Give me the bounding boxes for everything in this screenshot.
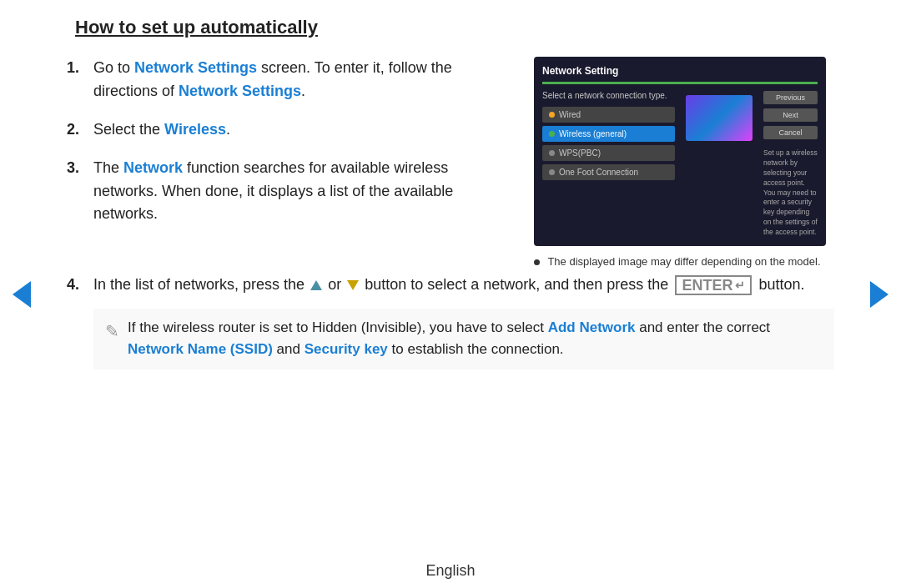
or-text: or	[328, 276, 345, 293]
page-title: How to set up automatically	[75, 17, 834, 38]
step-4-num: 4.	[67, 274, 93, 297]
network-settings-link-1[interactable]: Network Settings	[134, 59, 257, 76]
ns-title: Network Setting	[542, 65, 818, 77]
wireless-label: Wireless (general)	[559, 129, 627, 138]
ns-subtitle: Select a network connection type.	[542, 91, 675, 100]
ns-option-wps: WPS(PBC)	[542, 145, 675, 161]
onefoot-dot	[549, 169, 555, 175]
step-3: 3. The Network function searches for ava…	[67, 157, 509, 227]
step-2-body: Select the Wireless.	[93, 118, 509, 142]
ns-next-button[interactable]: Next	[763, 108, 818, 122]
ns-right: Previous Next Cancel Set up a wireless n…	[763, 91, 818, 238]
onefoot-label: One Foot Connection	[559, 168, 638, 177]
ns-image	[686, 95, 753, 141]
ns-left: Select a network connection type. Wired …	[542, 91, 675, 238]
step-1-body: Go to Network Settings screen. To enter …	[93, 57, 509, 103]
caption-text: The displayed image may differ depending…	[547, 255, 820, 268]
enter-label: ENTER	[682, 278, 732, 293]
ns-option-onefoot: One Foot Connection	[542, 164, 675, 180]
wired-dot	[549, 112, 555, 118]
steps-text: 1. Go to Network Settings screen. To ent…	[67, 57, 509, 269]
footer: English	[0, 562, 901, 580]
network-link[interactable]: Network	[123, 159, 183, 176]
ns-middle	[682, 91, 757, 238]
down-arrow-icon	[347, 280, 359, 290]
step-4-body: In the list of networks, press the or bu…	[93, 274, 834, 297]
enter-arrow-icon: ↵	[735, 279, 745, 291]
ns-previous-button[interactable]: Previous	[763, 91, 818, 104]
nav-arrow-right[interactable]	[866, 281, 893, 308]
wps-dot	[549, 150, 555, 156]
wps-label: WPS(PBC)	[559, 148, 601, 158]
security-key-link[interactable]: Security key	[305, 341, 388, 357]
wireless-link[interactable]: Wireless	[164, 121, 226, 138]
steps-full: 4. In the list of networks, press the or…	[67, 274, 834, 369]
image-caption: The displayed image may differ depending…	[534, 254, 821, 269]
ns-desc: Set up a wireless network by selecting y…	[763, 148, 818, 238]
caption-bullet	[534, 259, 540, 265]
nav-arrow-left[interactable]	[8, 281, 35, 308]
ns-option-wireless: Wireless (general)	[542, 126, 675, 142]
network-screenshot: Network Setting Select a network connect…	[534, 57, 826, 246]
step-3-body: The Network function searches for availa…	[93, 157, 509, 227]
step-2-num: 2.	[67, 118, 93, 142]
ns-green-bar	[542, 82, 818, 84]
wireless-dot	[549, 131, 555, 137]
step-1: 1. Go to Network Settings screen. To ent…	[67, 57, 509, 103]
step-4: 4. In the list of networks, press the or…	[67, 274, 834, 297]
network-name-link[interactable]: Network Name (SSID)	[128, 341, 273, 357]
language-label: English	[425, 562, 475, 579]
network-settings-link-2[interactable]: Network Settings	[179, 83, 301, 99]
enter-button: ENTER ↵	[675, 275, 752, 295]
wired-label: Wired	[559, 110, 581, 119]
ns-option-wired: Wired	[542, 107, 675, 123]
step-3-num: 3.	[67, 157, 93, 227]
add-network-link[interactable]: Add Network	[548, 319, 636, 335]
up-arrow-icon	[310, 280, 322, 290]
left-arrow-icon	[13, 281, 31, 308]
note-block: ✎ If the wireless router is set to Hidde…	[93, 309, 834, 369]
step-1-num: 1.	[67, 57, 93, 103]
ns-body: Select a network connection type. Wired …	[542, 91, 818, 238]
ns-cancel-button[interactable]: Cancel	[763, 126, 818, 139]
main-content: How to set up automatically 1. Go to Net…	[0, 0, 901, 555]
note-body: If the wireless router is set to Hidden …	[128, 317, 823, 361]
right-panel: Network Setting Select a network connect…	[534, 57, 834, 269]
steps-container: 1. Go to Network Settings screen. To ent…	[67, 57, 834, 269]
right-arrow-icon	[870, 281, 888, 308]
note-icon: ✎	[105, 319, 119, 344]
step-2: 2. Select the Wireless.	[67, 118, 509, 142]
